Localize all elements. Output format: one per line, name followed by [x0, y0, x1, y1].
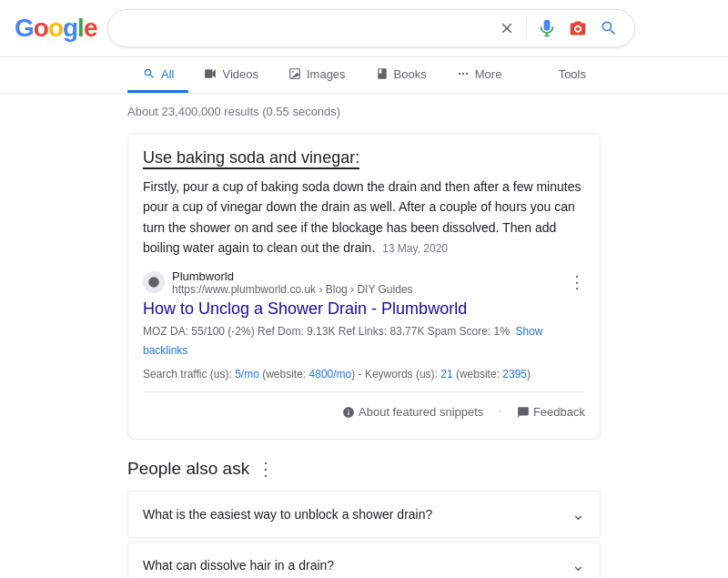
- keywords-link[interactable]: 21: [440, 368, 452, 380]
- tab-more[interactable]: More: [441, 57, 517, 93]
- books-icon: [375, 66, 389, 81]
- source-url: https://www.plumbworld.co.uk › Blog › DI…: [172, 283, 413, 296]
- paa-item-0[interactable]: What is the easiest way to unblock a sho…: [127, 491, 601, 538]
- tab-videos[interactable]: Videos: [188, 57, 273, 93]
- snippet-body: Firstly, pour a cup of baking soda down …: [143, 177, 585, 259]
- snippet-footer: About featured snippets • Feedback: [143, 400, 585, 424]
- people-also-ask-section: People also ask ⋮ What is the easiest wa…: [127, 458, 601, 578]
- paa-title: People also ask: [127, 459, 249, 479]
- source-info: Plumbworld https://www.plumbworld.co.uk …: [143, 269, 585, 296]
- image-search-button[interactable]: [567, 17, 589, 39]
- source-details: Plumbworld https://www.plumbworld.co.uk …: [172, 269, 413, 296]
- result-meta-line1: MOZ DA: 55/100 (-2%) Ref Dom: 9.13K Ref …: [143, 322, 585, 361]
- paa-item-1[interactable]: What can dissolve hair in a drain? ⌄: [127, 542, 601, 578]
- header: Google how to unclog a blocked shower dr…: [0, 0, 728, 57]
- paa-header: People also ask ⋮: [127, 458, 601, 480]
- tab-books[interactable]: Books: [360, 57, 441, 93]
- nav-tabs: All Videos Images Books More Tools: [0, 57, 728, 94]
- all-icon: [142, 66, 157, 81]
- video-icon: [203, 66, 217, 81]
- website-traffic-link[interactable]: 4800/mo: [309, 368, 352, 380]
- main-content: About 23,400,000 results (0.55 seconds) …: [0, 94, 728, 578]
- svg-point-6: [459, 73, 460, 75]
- result-meta-line2: Search traffic (us): 5/mo (website: 4800…: [143, 365, 585, 385]
- search-input[interactable]: how to unclog a blocked shower drain: [123, 20, 490, 36]
- svg-point-9: [148, 277, 159, 288]
- source-name: Plumbworld: [172, 269, 413, 283]
- tab-all[interactable]: All: [127, 57, 188, 93]
- feedback-button[interactable]: Feedback: [517, 405, 585, 419]
- svg-rect-1: [206, 69, 213, 77]
- search-icons: [497, 17, 620, 39]
- website-keywords-link[interactable]: 2395: [502, 368, 527, 380]
- clear-button[interactable]: [497, 18, 517, 38]
- tab-images[interactable]: Images: [273, 57, 360, 93]
- more-dots-icon: [456, 66, 470, 81]
- svg-marker-2: [213, 69, 217, 77]
- voice-search-button[interactable]: [536, 17, 558, 39]
- svg-point-4: [292, 71, 294, 73]
- images-icon: [288, 66, 302, 81]
- snippet-date: 13 May, 2020: [382, 242, 448, 255]
- search-button[interactable]: [598, 17, 620, 39]
- results-count: About 23,400,000 results (0.55 seconds): [127, 105, 601, 118]
- snippet-title: Use baking soda and vinegar:: [143, 148, 359, 169]
- paa-menu-button[interactable]: ⋮: [257, 458, 275, 480]
- source-favicon: [143, 271, 165, 293]
- google-logo[interactable]: Google: [15, 14, 96, 43]
- svg-point-8: [466, 73, 468, 75]
- divider: [526, 17, 527, 39]
- featured-snippet: Use baking soda and vinegar: Firstly, po…: [127, 133, 601, 440]
- paa-chevron-0: ⌄: [571, 504, 585, 524]
- svg-marker-5: [291, 73, 299, 78]
- svg-point-0: [576, 27, 580, 31]
- snippet-divider: [143, 391, 585, 392]
- traffic-link[interactable]: 5/mo: [235, 368, 259, 380]
- about-snippets[interactable]: About featured snippets: [342, 405, 483, 419]
- svg-point-7: [462, 73, 464, 75]
- tools-button[interactable]: Tools: [544, 58, 601, 93]
- search-bar: how to unclog a blocked shower drain: [107, 9, 635, 47]
- paa-chevron-1: ⌄: [571, 555, 585, 575]
- result-link[interactable]: How to Unclog a Shower Drain - Plumbworl…: [143, 299, 585, 319]
- source-more-button[interactable]: ⋮: [569, 272, 585, 292]
